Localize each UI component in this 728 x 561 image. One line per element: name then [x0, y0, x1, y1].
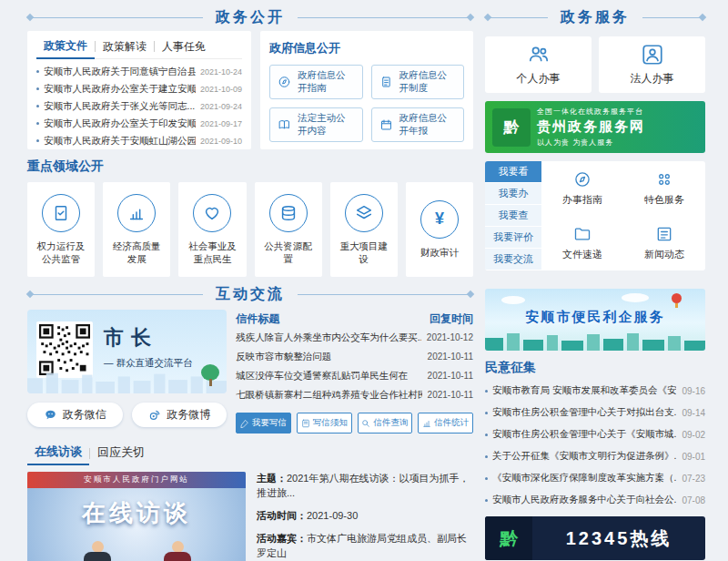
- menu-cell-documents[interactable]: 文件速递: [541, 216, 623, 270]
- menu-tab-see[interactable]: 我要看: [485, 161, 541, 183]
- right-column: 政务服务 个人办事 法人办事 黔 全国一体: [485, 0, 705, 560]
- convenience-service-banner[interactable]: 安顺市便民利企服务: [485, 289, 705, 351]
- interaction-title: 互动交流: [203, 285, 298, 304]
- menu-tab-check[interactable]: 我要查: [485, 205, 541, 227]
- letter-stats-button[interactable]: 信件统计: [418, 413, 473, 434]
- news-icon: [655, 225, 673, 243]
- info-item-label: 法定主动公开内容: [298, 112, 355, 138]
- list-item[interactable]: 《安顺市深化医疗保障制度改革实施方案（... 07-23: [485, 467, 705, 489]
- legal-affairs-card[interactable]: 法人办事: [599, 36, 705, 93]
- opinion-title: 《安顺市深化医疗保障制度改革实施方案（...: [492, 472, 676, 484]
- info-grid: 政府信息公开指南 政府信息公开制度 法定主动公开内容 政府信息公开年报: [269, 65, 464, 142]
- menu-cell-label: 特色服务: [644, 193, 684, 207]
- tab-policy-documents[interactable]: 政策文件: [36, 35, 95, 59]
- interview-body: 安顺市人民政府门户网站 在线访谈 安顺新闻网 主题：2021年第八期在线访谈：以…: [27, 472, 473, 561]
- guizhou-banner-line3: 以人为贵 为贵人服务: [537, 138, 645, 148]
- guizhou-service-banner[interactable]: 黔 全国一体化在线政务服务平台 贵州政务服务网 以人为贵 为贵人服务: [485, 101, 705, 153]
- folder-icon: [573, 225, 592, 243]
- list-item[interactable]: 七眼桥镇新寨村二组种鸡养殖专业合作社村民入... 2021-10-11: [236, 385, 473, 404]
- chart-icon: [422, 419, 431, 428]
- list-item[interactable]: 安顺市教育局 安顺市发展和改革委员会《安... 09-16: [485, 380, 705, 402]
- key-card-projects[interactable]: 重大项目建设: [330, 182, 398, 277]
- gov-wechat-button[interactable]: 政务微信: [27, 403, 123, 427]
- key-card-label: 公共资源配置: [262, 240, 315, 265]
- tab-policy-interpretation[interactable]: 政策解读: [96, 36, 154, 58]
- gov-weibo-button[interactable]: 政务微博: [132, 403, 228, 427]
- letter-date: 2021-10-11: [428, 371, 473, 381]
- key-areas-row: 权力运行及公共监管 经济高质量发展 社会事业及重点民生 公共资源配置: [27, 182, 473, 277]
- menu-cell-guide[interactable]: 办事指南: [541, 161, 623, 216]
- write-letter-button[interactable]: 我要写信: [236, 413, 291, 434]
- service-menu-card: 我要看 我要办 我要查 我要评价 我要交流 办事指南 特色服务 文件速递: [485, 161, 705, 270]
- menu-tab-communicate[interactable]: 我要交流: [485, 249, 541, 270]
- bullet-icon: [36, 105, 39, 107]
- mayor-hotline-banner[interactable]: 市长 — 群众直通交流平台: [27, 310, 227, 393]
- info-item-report[interactable]: 政府信息公开年报: [371, 107, 465, 142]
- list-item[interactable]: 安顺市人民政府关于张义光等同志... 2021-09-24: [36, 97, 242, 115]
- bar-chart-icon: [117, 194, 156, 232]
- menu-tab-evaluate[interactable]: 我要评价: [485, 227, 541, 249]
- letter-button-label: 信件统计: [434, 417, 469, 429]
- mayor-banner-title: 市长: [104, 324, 158, 352]
- list-item[interactable]: 安顺市住房公积金管理中心关于《安顺市城... 09-02: [485, 423, 705, 445]
- info-item-system[interactable]: 政府信息公开制度: [371, 65, 465, 99]
- news-date: 2021-10-24: [200, 67, 242, 76]
- info-item-label: 政府信息公开指南: [298, 69, 355, 95]
- tab-personnel[interactable]: 人事任免: [155, 36, 213, 58]
- letters-header: 信件标题 回复时间: [236, 310, 473, 328]
- list-item[interactable]: 安顺市人民政府办公室关于印发安顺... 2021-09-17: [36, 115, 242, 132]
- menu-cell-featured[interactable]: 特色服务: [623, 161, 705, 216]
- interview-video-thumbnail[interactable]: 安顺市人民政府门户网站 在线访谈 安顺新闻网: [27, 472, 246, 561]
- list-item[interactable]: 残疾人除盲人外乘坐市内公交车为什么要买... 2021-10-12: [236, 328, 473, 347]
- menu-tab-do[interactable]: 我要办: [485, 183, 541, 205]
- pencil-icon: [240, 419, 249, 428]
- gov-disclosure-header: 政务公开: [27, 4, 473, 31]
- key-card-society[interactable]: 社会事业及重点民生: [178, 182, 246, 277]
- list-item[interactable]: 城区没停车位交通警察乱贴罚单民生何在 2021-10-11: [236, 366, 473, 385]
- interview-host-figure: [84, 541, 111, 561]
- list-item[interactable]: 安顺市人民政府关于同意镇宁自治县... 2021-10-24: [36, 63, 242, 80]
- tab-respond-concerns[interactable]: 回应关切: [90, 443, 152, 464]
- letters-panel: 信件标题 回复时间 残疾人除盲人外乘坐市内公交车为什么要买... 2021-10…: [236, 310, 473, 434]
- key-card-economy[interactable]: 经济高质量发展: [103, 182, 170, 277]
- bullet-icon: [485, 390, 488, 393]
- personal-affairs-card[interactable]: 个人办事: [485, 36, 592, 93]
- menu-cell-news[interactable]: 新闻动态: [623, 216, 705, 270]
- people-icon: [527, 43, 551, 66]
- news-title: 安顺市人民政府关于张义光等同志...: [44, 100, 196, 113]
- letter-buttons-row: 我要写信 写信须知 信件查询 信件统计: [236, 413, 473, 434]
- menu-cell-label: 新闻动态: [644, 248, 684, 261]
- news-title: 安顺市人民政府关于安顺虹山湖公园...: [44, 135, 196, 148]
- key-card-finance[interactable]: ¥ 财政审计: [406, 182, 473, 277]
- key-card-supervision[interactable]: 权力运行及公共监管: [27, 182, 95, 277]
- list-item[interactable]: 安顺市人民政府关于安顺虹山湖公园... 2021-09-10: [36, 132, 242, 149]
- bullet-icon: [36, 139, 39, 142]
- letter-date: 2021-10-12: [427, 332, 473, 342]
- interview-theme-line: 主题：2021年第八期在线访谈：以项目为抓手，推进旅...: [257, 472, 473, 501]
- tab-online-interview[interactable]: 在线访谈: [27, 442, 89, 465]
- info-item-content[interactable]: 法定主动公开内容: [269, 107, 363, 142]
- service-menu-tabs: 我要看 我要办 我要查 我要评价 我要交流: [485, 161, 541, 270]
- letter-notice-button[interactable]: 写信须知: [297, 413, 352, 434]
- guizhou-logo: 黔: [492, 108, 531, 147]
- list-item[interactable]: 安顺市人民政府办公室关于建立安顺... 2021-10-09: [36, 80, 242, 97]
- opinion-list: 安顺市教育局 安顺市发展和改革委员会《安... 09-16 安顺市住房公积金管理…: [485, 380, 705, 511]
- bullet-icon: [36, 122, 39, 125]
- service-cards-row: 个人办事 法人办事: [485, 36, 705, 93]
- list-item[interactable]: 安顺市住房公积金管理中心关于对拟出台支... 09-14: [485, 402, 705, 423]
- hotline-banner[interactable]: 黔 12345热线: [485, 516, 705, 560]
- social-buttons-row: 政务微信 政务微博: [27, 403, 227, 427]
- key-card-label: 社会事业及重点民生: [186, 240, 238, 265]
- news-title: 安顺市人民政府办公室关于印发安顺...: [44, 117, 196, 130]
- heart-icon: [193, 194, 231, 232]
- letters-col-time: 回复时间: [430, 311, 473, 327]
- opinion-title: 安顺市人民政府政务服务中心关于向社会公...: [492, 494, 676, 506]
- list-item[interactable]: 关于公开征集《安顺市文明行为促进条例》... 09-01: [485, 445, 705, 467]
- list-item[interactable]: 反映市容市貌整治问题 2021-10-11: [236, 347, 473, 366]
- letter-query-button[interactable]: 信件查询: [358, 413, 413, 434]
- list-item[interactable]: 安顺市人民政府政务服务中心关于向社会公... 07-08: [485, 489, 705, 511]
- theme-value: 2021年第八期在线访谈：以项目为抓手，推进旅...: [257, 473, 469, 498]
- info-item-guide[interactable]: 政府信息公开指南: [269, 65, 363, 99]
- news-date: 2021-09-24: [200, 102, 242, 111]
- key-card-resources[interactable]: 公共资源配置: [255, 182, 322, 277]
